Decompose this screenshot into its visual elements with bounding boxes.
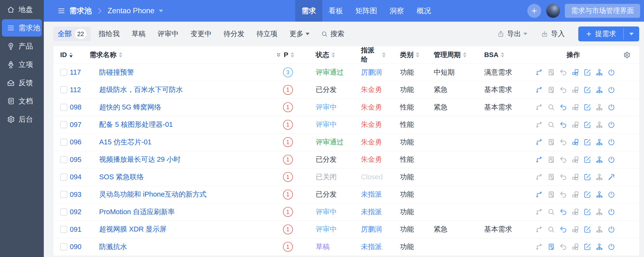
column-header-id[interactable]: ID: [60, 51, 90, 59]
row-checkbox[interactable]: [60, 86, 68, 93]
assign-icon[interactable]: [596, 243, 603, 251]
assign-icon[interactable]: [596, 156, 603, 164]
assign-icon[interactable]: [596, 138, 603, 146]
assign-icon[interactable]: [596, 190, 603, 198]
edit-icon[interactable]: [583, 121, 591, 129]
activate-icon[interactable]: [608, 173, 615, 181]
transfer-icon[interactable]: [535, 156, 543, 164]
edit-icon[interactable]: [583, 103, 591, 111]
withdraw-icon[interactable]: [559, 103, 567, 111]
review-icon[interactable]: [547, 243, 555, 251]
transfer-icon[interactable]: [535, 86, 543, 94]
story-id[interactable]: 093: [70, 190, 81, 198]
row-checkbox[interactable]: [60, 191, 68, 198]
close-icon[interactable]: [608, 103, 615, 111]
story-title-link[interactable]: SOS 紧急联络: [99, 172, 144, 182]
close-icon[interactable]: [608, 138, 615, 146]
story-title-link[interactable]: 超快的 5G 蜂窝网络: [99, 102, 161, 112]
filter-tab-待分发[interactable]: 待分发: [220, 29, 248, 39]
assign-icon[interactable]: [596, 68, 603, 76]
close-icon[interactable]: [608, 86, 615, 94]
story-id[interactable]: 117: [70, 68, 81, 76]
close-icon[interactable]: [608, 190, 615, 198]
story-id[interactable]: 094: [70, 173, 81, 181]
transfer-icon[interactable]: [535, 68, 543, 76]
story-id[interactable]: 090: [70, 243, 81, 251]
add-button[interactable]: [527, 4, 541, 18]
edit-icon[interactable]: [583, 173, 591, 181]
edit-icon[interactable]: [583, 208, 591, 216]
withdraw-icon[interactable]: [559, 226, 567, 234]
column-header-assignee[interactable]: 指派给: [344, 46, 386, 64]
filter-tab-更多[interactable]: 更多: [286, 29, 314, 39]
close-icon[interactable]: [608, 156, 615, 164]
nav-tab-矩阵图[interactable]: 矩阵图: [349, 0, 383, 22]
row-checkbox[interactable]: [60, 174, 68, 181]
story-id[interactable]: 092: [70, 208, 81, 216]
sidebar-item-后台[interactable]: 后台: [2, 111, 42, 128]
row-checkbox[interactable]: [60, 138, 68, 146]
story-id[interactable]: 098: [70, 103, 81, 111]
export-button[interactable]: 导出: [497, 29, 527, 39]
story-title-link[interactable]: ProMotion 自适应刷新率: [99, 207, 175, 217]
filter-tab-待立项[interactable]: 待立项: [252, 29, 282, 39]
story-id[interactable]: 112: [70, 86, 81, 94]
story-title-link[interactable]: 防溅抗水: [99, 242, 127, 252]
column-header-category[interactable]: 类别: [386, 50, 419, 60]
edit-icon[interactable]: [583, 138, 591, 146]
story-title-link[interactable]: 防碰撞预警: [99, 68, 134, 77]
search-trigger[interactable]: 搜索: [321, 29, 344, 39]
avatar[interactable]: [546, 4, 560, 18]
menu-icon[interactable]: [57, 7, 66, 15]
filter-tab-指给我[interactable]: 指给我: [94, 29, 124, 39]
story-id[interactable]: 091: [70, 226, 81, 234]
row-checkbox[interactable]: [60, 121, 68, 128]
filter-tab-全部[interactable]: 全部22: [54, 27, 91, 41]
story-id[interactable]: 096: [70, 138, 81, 146]
filter-tab-草稿[interactable]: 草稿: [128, 29, 150, 39]
edit-icon[interactable]: [583, 190, 591, 198]
story-title-link[interactable]: 超级防水，百米水下可防水: [99, 85, 183, 94]
close-icon[interactable]: [608, 208, 615, 216]
sidebar-item-地盘[interactable]: 地盘: [2, 1, 42, 18]
story-id[interactable]: 095: [70, 156, 81, 164]
row-checkbox[interactable]: [60, 156, 68, 163]
sidebar-item-需求池[interactable]: 需求池: [2, 19, 42, 36]
story-title-link[interactable]: 配备 5 核图形处理器-01: [99, 120, 173, 130]
breadcrumb-project[interactable]: Zentao Phone: [108, 6, 154, 15]
transfer-icon[interactable]: [535, 138, 543, 146]
row-checkbox[interactable]: [60, 104, 68, 111]
story-title-link[interactable]: 视频播放最长可达 29 小时: [99, 155, 180, 164]
row-checkbox[interactable]: [60, 69, 68, 76]
nav-tab-洞察[interactable]: 洞察: [383, 0, 410, 22]
nav-tab-概况[interactable]: 概况: [410, 0, 437, 22]
story-id[interactable]: 097: [70, 121, 81, 129]
import-button[interactable]: 导入: [541, 29, 565, 39]
filter-tab-变更中[interactable]: 变更中: [186, 29, 216, 39]
edit-icon[interactable]: [583, 86, 591, 94]
column-header-title[interactable]: 需求名称: [90, 50, 274, 60]
column-header-bsa[interactable]: BSA: [470, 51, 528, 59]
row-checkbox[interactable]: [60, 226, 68, 233]
filter-tab-评审中[interactable]: 评审中: [154, 29, 183, 39]
sidebar-item-立项[interactable]: 立项: [2, 56, 42, 73]
table-settings[interactable]: [619, 51, 634, 59]
chevron-down-icon[interactable]: [159, 10, 163, 12]
assign-icon[interactable]: [596, 86, 603, 94]
nav-tab-需求[interactable]: 需求: [295, 0, 322, 22]
close-icon[interactable]: [608, 243, 615, 251]
sidebar-item-文档[interactable]: 文档: [2, 92, 42, 110]
story-title-link[interactable]: 灵动岛功能和 iPhone互动的新方式: [99, 190, 206, 199]
column-header-p[interactable]: P: [274, 51, 301, 59]
subdivide-icon[interactable]: [571, 138, 579, 146]
subdivide-icon[interactable]: [571, 68, 579, 76]
edit-icon[interactable]: [583, 68, 591, 76]
story-title-link[interactable]: 超视网膜 XDR 显示屏: [99, 224, 166, 234]
submit-story-dropdown[interactable]: [624, 26, 639, 42]
nav-tab-看板[interactable]: 看板: [322, 0, 349, 22]
column-header-period[interactable]: 管理周期: [419, 50, 470, 60]
breadcrumb-module[interactable]: 需求池: [69, 6, 92, 16]
withdraw-icon[interactable]: [559, 121, 567, 129]
transfer-icon[interactable]: [535, 190, 543, 198]
row-checkbox[interactable]: [60, 243, 68, 250]
